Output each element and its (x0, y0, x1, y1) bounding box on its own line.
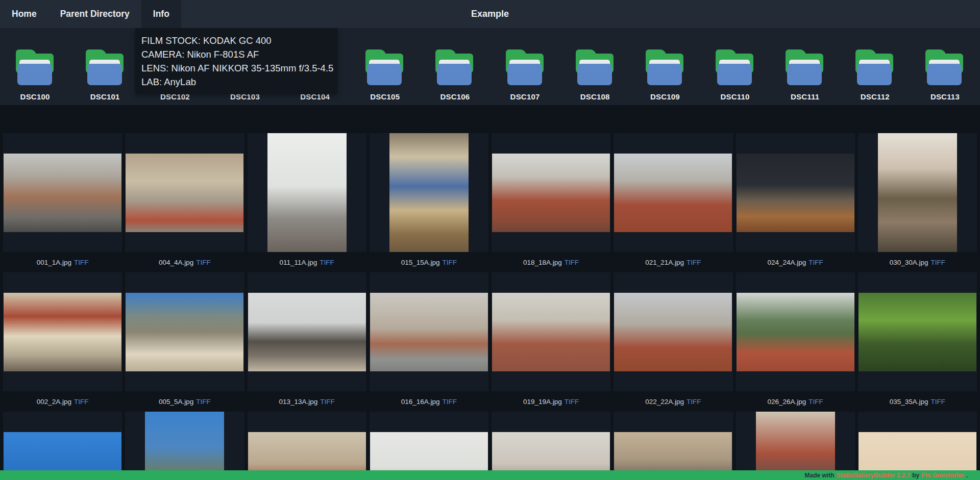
folder-front-shape (17, 64, 52, 85)
photo-thumb-box[interactable] (736, 412, 855, 480)
folder-front-shape (577, 64, 612, 85)
photo-thumbnail[interactable] (370, 293, 488, 371)
tiff-link[interactable]: TIFF (320, 259, 334, 266)
photo-thumb-box[interactable] (858, 272, 977, 391)
folder-DSC101[interactable]: DSC101 (70, 28, 140, 105)
photo-thumb-box[interactable] (492, 412, 610, 480)
photo-thumb-box[interactable] (614, 133, 732, 252)
photo-thumbnail[interactable] (126, 154, 243, 232)
photo-cell: 015_15A.jpgTIFF (370, 133, 488, 272)
photo-thumb-box[interactable] (3, 133, 122, 252)
folder-DSC106[interactable]: DSC106 (420, 28, 490, 105)
folder-DSC113[interactable]: DSC113 (910, 28, 980, 105)
folder-front-shape (507, 64, 542, 85)
folder-label: DSC108 (580, 92, 610, 101)
folder-DSC109[interactable]: DSC109 (630, 28, 700, 105)
nav-item-home[interactable]: Home (0, 0, 48, 28)
footer-period-text: . (966, 472, 968, 479)
author-link[interactable]: Flo Greistorfer (921, 472, 964, 479)
photo-thumb-box[interactable] (3, 272, 122, 391)
builder-link[interactable]: StaticGalleryBuilder 2.2.7 (837, 472, 911, 479)
tiff-link[interactable]: TIFF (196, 398, 211, 406)
folder-DSC107[interactable]: DSC107 (490, 28, 560, 105)
photo-label: 001_1A.jpgTIFF (3, 252, 122, 272)
photo-filename: 013_13A.jpg (279, 398, 317, 406)
info-line-film-stock: FILM STOCK: KODAK GC 400 (141, 34, 337, 47)
folder-icon (852, 49, 897, 85)
tiff-link[interactable]: TIFF (565, 398, 579, 406)
folder-DSC111[interactable]: DSC111 (770, 28, 840, 105)
tiff-link[interactable]: TIFF (565, 259, 579, 266)
photo-label: 015_15A.jpgTIFF (370, 252, 488, 272)
tiff-link[interactable]: TIFF (320, 398, 335, 406)
photo-thumbnail[interactable] (737, 154, 854, 232)
folder-label: DSC105 (370, 92, 400, 101)
photo-thumb-box[interactable] (125, 272, 244, 391)
photo-thumb-box[interactable] (248, 412, 366, 480)
tiff-link[interactable]: TIFF (808, 398, 823, 406)
photo-thumb-box[interactable] (370, 412, 488, 480)
photo-cell: 035_35A.jpgTIFF (858, 272, 977, 412)
photo-thumb-box[interactable] (370, 133, 488, 252)
photo-label: 035_35A.jpgTIFF (858, 391, 977, 412)
photo-thumbnail[interactable] (859, 293, 976, 371)
photo-thumbnail[interactable] (4, 154, 121, 232)
info-line-lens: LENS: Nikon AF NIKKOR 35-135mm f/3.5-4.5 (141, 61, 337, 75)
tiff-link[interactable]: TIFF (74, 259, 89, 266)
tiff-link[interactable]: TIFF (931, 398, 946, 406)
photo-filename: 015_15A.jpg (401, 259, 440, 266)
photo-thumb-box[interactable] (125, 412, 244, 480)
photo-thumb-box[interactable] (736, 133, 855, 252)
photo-thumbnail[interactable] (614, 293, 732, 371)
photo-thumb-box[interactable] (492, 133, 610, 252)
photo-thumb-box[interactable] (248, 133, 366, 252)
photo-label: 021_21A.jpgTIFF (614, 252, 732, 272)
photo-thumb-box[interactable] (125, 133, 244, 252)
folder-DSC100[interactable]: DSC100 (0, 28, 70, 105)
photo-thumbnail[interactable] (737, 293, 854, 371)
photo-thumb-box[interactable] (614, 412, 732, 480)
photo-thumbnail[interactable] (878, 133, 957, 252)
folder-icon (13, 49, 58, 85)
tiff-link[interactable]: TIFF (687, 259, 701, 266)
tiff-link[interactable]: TIFF (808, 259, 823, 266)
photo-thumb-box[interactable] (858, 133, 977, 252)
photo-thumb-box[interactable] (248, 272, 366, 391)
photo-filename: 005_5A.jpg (159, 398, 193, 406)
photo-cell: 013_13A.jpgTIFF (248, 272, 366, 412)
photo-thumbnail[interactable] (126, 293, 243, 371)
tiff-link[interactable]: TIFF (196, 259, 211, 266)
photo-filename: 001_1A.jpg (37, 259, 71, 266)
nav-item-parent-directory[interactable]: Parent Directory (48, 0, 141, 28)
folder-front-shape (717, 64, 752, 85)
folder-icon (643, 49, 688, 85)
folder-label: DSC106 (440, 92, 470, 101)
photo-thumb-box[interactable] (370, 272, 488, 391)
tiff-link[interactable]: TIFF (687, 398, 701, 406)
photo-thumb-box[interactable] (736, 272, 855, 391)
nav-item-info[interactable]: Info (141, 0, 181, 28)
tiff-link[interactable]: TIFF (443, 398, 457, 406)
tiff-link[interactable]: TIFF (443, 259, 457, 266)
photo-thumb-box[interactable] (858, 412, 977, 480)
folder-DSC112[interactable]: DSC112 (840, 28, 910, 105)
photo-thumbnail[interactable] (614, 154, 732, 232)
photo-thumb-box[interactable] (3, 412, 122, 480)
photo-thumbnail[interactable] (248, 293, 366, 371)
photo-thumb-box[interactable] (614, 272, 732, 391)
tiff-link[interactable]: TIFF (74, 398, 89, 406)
photo-thumbnail[interactable] (145, 412, 224, 480)
photo-thumbnail[interactable] (756, 412, 835, 480)
photo-thumb-box[interactable] (492, 272, 610, 391)
folder-DSC108[interactable]: DSC108 (560, 28, 630, 105)
photo-thumbnail[interactable] (492, 293, 610, 371)
photo-label: 026_26A.jpgTIFF (736, 391, 855, 412)
photo-thumbnail[interactable] (389, 133, 469, 252)
photo-thumbnail[interactable] (4, 293, 121, 371)
folder-DSC110[interactable]: DSC110 (700, 28, 770, 105)
photo-thumbnail[interactable] (492, 154, 610, 232)
tiff-link[interactable]: TIFF (931, 259, 946, 266)
folder-DSC105[interactable]: DSC105 (350, 28, 420, 105)
folder-label: DSC109 (650, 92, 680, 101)
photo-thumbnail[interactable] (267, 133, 347, 252)
